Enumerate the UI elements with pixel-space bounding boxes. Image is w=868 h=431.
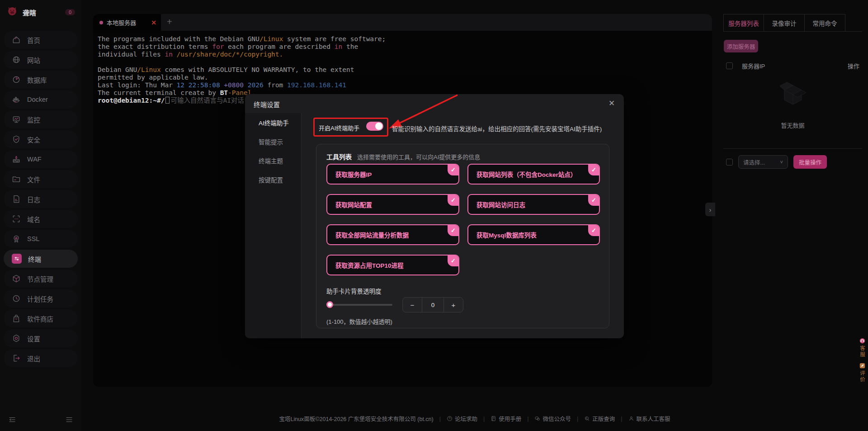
opacity-label: 助手卡片背景透明度: [326, 286, 382, 295]
terminal-icon: [12, 254, 22, 264]
sidebar-item-waf[interactable]: WAF: [4, 150, 78, 168]
sidebar-item-domain[interactable]: 域名: [4, 210, 78, 228]
sidebar-item-monitor[interactable]: 监控: [4, 110, 78, 128]
column-action: 操作: [848, 62, 859, 70]
modal-tab-column: AI终端助手 智能提示 终端主题 按键配置: [245, 113, 302, 338]
tool-card-label: 获取Mysql数据库列表: [476, 230, 537, 239]
sidebar-item-terminal[interactable]: 终端: [4, 250, 78, 268]
tool-check-badge: ✓: [448, 164, 459, 175]
shopping-bag-icon: [12, 314, 21, 323]
sidebar-item-nodes[interactable]: 节点管理: [4, 270, 78, 288]
slider-thumb[interactable]: [326, 301, 333, 308]
notification-badge[interactable]: 0: [65, 9, 75, 15]
sidebar-item-database[interactable]: 数据库: [4, 71, 78, 89]
tools-description: 选择需要使用的工具，可以向AI提供更多的信息: [357, 152, 480, 161]
search-icon: [584, 416, 590, 422]
sidebar-list-button[interactable]: [65, 416, 73, 426]
tab-server-list[interactable]: 服务器列表: [723, 14, 764, 31]
footer-link-genuine[interactable]: 正版查询: [584, 414, 615, 423]
sidebar-item-docker[interactable]: Docker: [4, 90, 78, 109]
tool-card[interactable]: 获取全部网站流量分析数据✓: [326, 224, 459, 245]
terminal-settings-modal: 终端设置 ✕ AI终端助手 智能提示 终端主题 按键配置 开启AI终端助手 智能…: [245, 94, 624, 338]
select-all-checkbox[interactable]: [726, 159, 733, 166]
column-server-ip: 服务器IP: [742, 62, 848, 70]
slider-track[interactable]: [328, 304, 392, 306]
opacity-value[interactable]: 0: [422, 298, 444, 312]
tool-check-badge: ✓: [448, 255, 459, 266]
home-icon: [12, 35, 21, 44]
app-logo-pig-icon: [6, 5, 18, 19]
increment-button[interactable]: +: [444, 298, 463, 312]
tab-recording-audit[interactable]: 录像审计: [764, 14, 805, 31]
sidebar-item-appstore[interactable]: 软件商店: [4, 309, 78, 327]
certificate-icon: [12, 234, 21, 243]
chevron-down-icon: ˅: [780, 159, 783, 165]
modal-tab-smart-tips[interactable]: 智能提示: [245, 132, 301, 151]
sidebar-item-security[interactable]: 安全: [4, 130, 78, 148]
tab-close-icon[interactable]: ✕: [151, 19, 156, 26]
tool-card[interactable]: 获取Mysql数据库列表✓: [467, 224, 600, 245]
footer-link-forum[interactable]: 论坛求助: [447, 414, 477, 423]
modal-tab-ai-assistant[interactable]: AI终端助手: [245, 113, 301, 132]
check-icon: ✓: [451, 257, 456, 264]
app-title: 聋瞎: [23, 8, 61, 17]
batch-select-dropdown[interactable]: 请选择... ˅: [738, 155, 788, 169]
sidebar-item-files[interactable]: 文件: [4, 170, 78, 188]
terminal-line: permitted by applicable law.: [98, 74, 712, 81]
scan-dots-icon: [12, 214, 21, 223]
monitor-icon: [12, 115, 21, 124]
empty-box-icon: [778, 80, 808, 108]
customer-service-widget[interactable]: 客服: [859, 337, 866, 358]
tools-grid: 获取服务器IP✓获取网站列表（不包含Docker站点）✓获取网站配置✓获取网站访…: [326, 164, 600, 275]
new-tab-button[interactable]: +: [167, 17, 172, 27]
sidebar-item-settings[interactable]: 设置: [4, 329, 78, 347]
tool-card-label: 获取网站访问日志: [476, 200, 525, 209]
add-server-button[interactable]: 添加服务器: [724, 40, 758, 52]
sidebar-item-cron[interactable]: 计划任务: [4, 289, 78, 308]
batch-action-button[interactable]: 批量操作: [793, 155, 827, 169]
server-side-panel: 服务器列表 录像审计 常用命令 添加服务器 服务器IP 操作 暂无数据 请选择.…: [723, 14, 862, 169]
feedback-widget[interactable]: 评价: [859, 362, 866, 383]
sidebar-item-ssl[interactable]: SSL: [4, 230, 78, 248]
toggle-knob: [375, 123, 382, 130]
tools-panel: 工具列表 选择需要使用的工具，可以向AI提供更多的信息 获取服务器IP✓获取网站…: [316, 144, 609, 328]
tool-card[interactable]: 获取服务器IP✓: [326, 164, 459, 185]
tab-title: 本地服务器: [107, 18, 147, 27]
tool-card[interactable]: 获取网站配置✓: [326, 194, 459, 215]
tool-check-badge: ✓: [448, 225, 459, 236]
footer-link-wechat[interactable]: 微信公众号: [534, 414, 571, 423]
sidebar-collapse-button[interactable]: [8, 416, 16, 426]
tab-status-dot: [99, 21, 103, 24]
logo-row: 聋瞎 0: [0, 0, 81, 24]
opacity-slider[interactable]: [326, 300, 392, 309]
tool-card[interactable]: 获取网站列表（不包含Docker站点）✓: [467, 164, 600, 185]
shield-icon: [12, 135, 21, 144]
modal-close-button[interactable]: ✕: [609, 99, 615, 108]
tab-common-commands[interactable]: 常用命令: [805, 14, 845, 31]
opacity-stepper: − 0 +: [402, 297, 463, 313]
sidebar-item-website[interactable]: 网站: [4, 51, 78, 69]
tool-card[interactable]: 获取资源占用TOP10进程✓: [326, 255, 459, 275]
modal-tab-terminal-theme[interactable]: 终端主题: [245, 151, 301, 170]
check-icon: ✓: [591, 227, 596, 234]
modal-tab-key-config[interactable]: 按键配置: [245, 170, 301, 189]
sidebar-item-home[interactable]: 首页: [4, 31, 78, 49]
footer-link-support[interactable]: 联系人工客服: [628, 414, 670, 423]
terminal-tab-local-server[interactable]: 本地服务器 ✕: [93, 14, 161, 31]
pencil-icon: [859, 362, 866, 369]
check-icon: ✓: [451, 166, 456, 173]
clock-icon: [12, 294, 21, 303]
tool-card[interactable]: 获取网站访问日志✓: [467, 194, 600, 215]
footer-link-manual[interactable]: 使用手册: [491, 414, 521, 423]
panel-expand-chevron[interactable]: ›: [705, 203, 715, 216]
ai-assistant-toggle[interactable]: [366, 122, 383, 131]
book-icon: [491, 416, 496, 422]
decrement-button[interactable]: −: [403, 298, 422, 312]
sidebar-item-logout[interactable]: 退出: [4, 349, 78, 367]
header-checkbox[interactable]: [726, 62, 733, 69]
sidebar-item-logs[interactable]: 日志: [4, 190, 78, 208]
pie-chart-icon: [12, 75, 21, 84]
sidebar: 聋瞎 0 首页 网站 数据库 Docker 监控 安全 WAF: [0, 0, 81, 431]
terminal-line: Debian GNU/Linux comes with ABSOLUTELY N…: [98, 66, 712, 74]
empty-text: 暂无数据: [781, 121, 804, 129]
